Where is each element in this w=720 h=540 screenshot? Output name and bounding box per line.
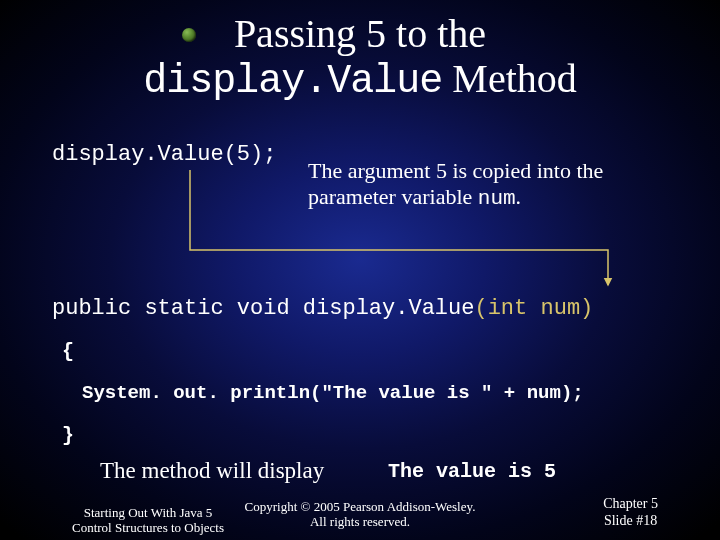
footer-center-line1: Copyright © 2005 Pearson Addison-Wesley. bbox=[245, 499, 476, 514]
brace-close: } bbox=[62, 424, 74, 447]
footer-center-line2: All rights reserved. bbox=[310, 514, 410, 529]
footer-right-line2: Slide #18 bbox=[604, 513, 657, 528]
sig-paren-close: ) bbox=[580, 296, 593, 321]
output-value: The value is 5 bbox=[388, 460, 556, 483]
caption-code: num bbox=[478, 187, 516, 210]
caption-text: The argument 5 is copied into the parame… bbox=[308, 158, 603, 212]
sig-param: int num bbox=[488, 296, 580, 321]
method-body: System. out. println("The value is " + n… bbox=[82, 382, 584, 404]
caption-line2-pre: parameter variable bbox=[308, 184, 478, 209]
sig-pre: public static void display.Value bbox=[52, 296, 474, 321]
slide-title: Passing 5 to the display.Value Method bbox=[0, 12, 720, 105]
brace-open: { bbox=[62, 340, 74, 363]
footer-right-line1: Chapter 5 bbox=[603, 496, 658, 511]
method-signature: public static void display.Value(int num… bbox=[52, 296, 593, 321]
sig-paren-open: ( bbox=[474, 296, 487, 321]
title-line1: Passing 5 to the bbox=[234, 11, 486, 56]
title-suffix: Method bbox=[442, 56, 576, 101]
call-code: display.Value(5); bbox=[52, 142, 276, 167]
title-code: display.Value bbox=[143, 59, 442, 104]
caption-post: . bbox=[516, 184, 522, 209]
method-will-display: The method will display bbox=[100, 458, 324, 484]
footer-right: Chapter 5 Slide #18 bbox=[603, 496, 658, 530]
caption-line1: The argument 5 is copied into the bbox=[308, 158, 603, 183]
